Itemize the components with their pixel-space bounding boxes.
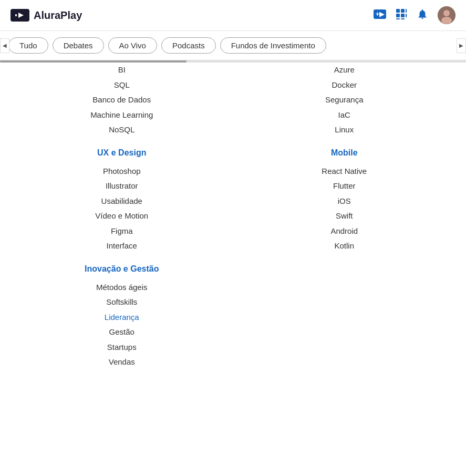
scroll-thumb [0, 60, 187, 63]
list-item[interactable]: Swift [239, 209, 451, 224]
svg-rect-11 [396, 18, 400, 19]
svg-point-14 [443, 10, 450, 16]
right-section-2: Mobile React Native Flutter iOS Swift An… [239, 148, 451, 254]
logo-area: AluraPlay [11, 9, 82, 22]
add-video-button[interactable]: +▶ [374, 9, 386, 22]
list-item[interactable]: IaC [239, 108, 451, 123]
left-section-3: Inovação e Gestão Métodos ágeis Softskil… [16, 264, 228, 370]
tab-ao-vivo[interactable]: Ao Vivo [108, 37, 157, 54]
tab-debates[interactable]: Debates [53, 37, 104, 54]
list-item[interactable]: Kotlin [239, 239, 451, 254]
list-item[interactable]: SQL [16, 78, 228, 93]
nav-scroll-right[interactable]: ▶ [457, 38, 466, 53]
grid-icon[interactable] [396, 8, 407, 23]
list-item[interactable]: Gestão [16, 325, 228, 340]
list-item[interactable]: Photoshop [16, 164, 228, 179]
svg-rect-7 [406, 9, 407, 13]
bell-icon[interactable] [417, 8, 428, 23]
list-item[interactable]: Vídeo e Motion [16, 209, 228, 224]
svg-rect-5 [396, 9, 400, 13]
left-section-1: BI SQL Banco de Dados Machine Learning N… [16, 63, 228, 138]
list-item[interactable]: React Native [239, 164, 451, 179]
list-item[interactable]: NoSQL [16, 122, 228, 138]
svg-point-15 [441, 17, 452, 24]
list-item[interactable]: Softskills [16, 295, 228, 310]
list-item[interactable]: Android [239, 224, 451, 239]
list-item[interactable]: BI [16, 63, 228, 78]
list-item[interactable]: iOS [239, 194, 451, 209]
list-item[interactable]: Liderança [16, 310, 228, 325]
list-item[interactable]: Banco de Dados [16, 92, 228, 108]
list-item[interactable]: Linux [239, 122, 451, 138]
list-item[interactable]: Docker [239, 78, 451, 93]
left-section-2: UX e Design Photoshop Illustrator Usabil… [16, 148, 228, 254]
svg-rect-8 [396, 14, 400, 17]
svg-rect-10 [406, 14, 407, 17]
header: AluraPlay +▶ [0, 0, 466, 31]
right-section-1: Azure Docker Segurança IaC Linux [239, 63, 451, 138]
section-header-mobile: Mobile [239, 148, 451, 158]
list-item[interactable]: Machine Learning [16, 108, 228, 123]
left-column: BI SQL Banco de Dados Machine Learning N… [11, 63, 233, 370]
main-content: BI SQL Banco de Dados Machine Learning N… [0, 63, 466, 370]
list-item[interactable]: Vendas [16, 355, 228, 370]
svg-text:+▶: +▶ [376, 11, 385, 18]
logo-text: AluraPlay [34, 9, 82, 22]
nav-scroll-left[interactable]: ◀ [0, 38, 9, 53]
right-column: Azure Docker Segurança IaC Linux Mobile … [233, 63, 456, 370]
logo-icon [11, 9, 29, 22]
scroll-indicator [0, 60, 466, 63]
svg-rect-2 [15, 14, 17, 16]
svg-rect-12 [401, 18, 405, 19]
list-item[interactable]: Azure [239, 63, 451, 78]
tab-tudo[interactable]: Tudo [8, 37, 48, 54]
svg-rect-9 [401, 14, 405, 17]
list-item[interactable]: Segurança [239, 92, 451, 108]
list-item[interactable]: Usabilidade [16, 194, 228, 209]
list-item[interactable]: Startups [16, 340, 228, 355]
nav-tabs: ◀ Tudo Debates Ao Vivo Podcasts Fundos d… [0, 31, 466, 60]
list-item[interactable]: Figma [16, 224, 228, 239]
list-item[interactable]: Flutter [239, 179, 451, 194]
list-item[interactable]: Métodos ágeis [16, 280, 228, 295]
list-item[interactable]: Illustrator [16, 179, 228, 194]
section-header-ux: UX e Design [16, 148, 228, 158]
svg-rect-6 [401, 9, 405, 13]
section-header-inovacao: Inovação e Gestão [16, 264, 228, 274]
avatar[interactable] [438, 6, 455, 24]
header-icons: +▶ [374, 6, 455, 24]
tab-fundos[interactable]: Fundos de Investimento [220, 37, 326, 54]
tab-podcasts[interactable]: Podcasts [161, 37, 216, 54]
list-item[interactable]: Interface [16, 239, 228, 254]
